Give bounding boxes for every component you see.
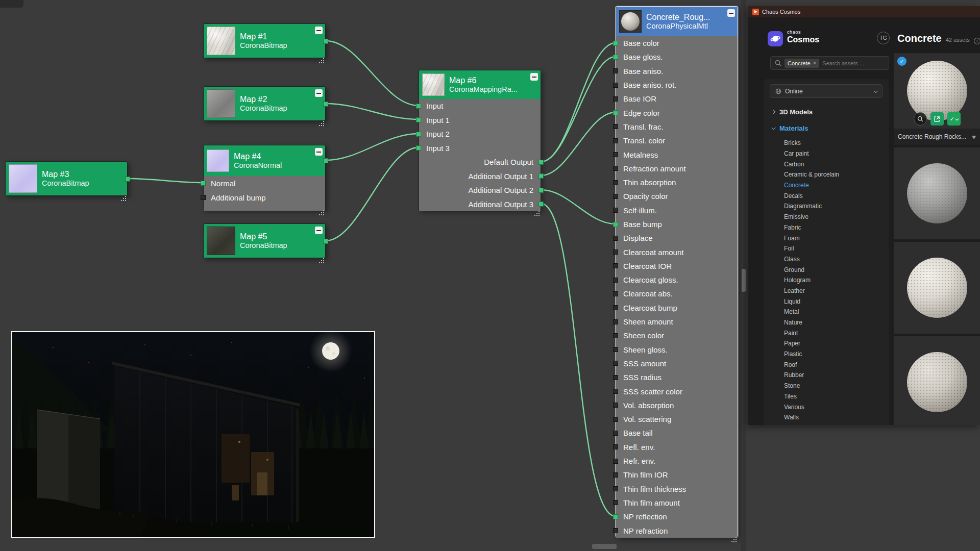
export-asset-button[interactable] bbox=[930, 112, 944, 126]
category-item[interactable]: Glass bbox=[770, 254, 883, 265]
input-socket[interactable] bbox=[613, 486, 618, 491]
output-socket[interactable] bbox=[323, 158, 328, 163]
resize-grip[interactable] bbox=[121, 196, 127, 202]
zoom-asset-button[interactable] bbox=[914, 112, 927, 126]
input-socket[interactable] bbox=[613, 110, 618, 115]
node-material-concrete[interactable]: Concrete_Roug... CoronaPhysicalMtl Base … bbox=[616, 6, 738, 537]
input-socket[interactable] bbox=[613, 249, 618, 255]
category-item[interactable]: Rubber bbox=[770, 370, 883, 381]
category-item[interactable]: Foam bbox=[770, 233, 883, 243]
asset-card[interactable] bbox=[894, 242, 980, 334]
input-socket[interactable] bbox=[416, 132, 421, 137]
input-socket[interactable] bbox=[613, 83, 618, 88]
account-badge[interactable]: TG bbox=[877, 32, 890, 44]
input-socket[interactable] bbox=[613, 375, 618, 380]
category-item[interactable]: Plastic bbox=[770, 349, 883, 360]
input-socket[interactable] bbox=[613, 55, 618, 60]
category-item[interactable]: Paper bbox=[770, 338, 883, 349]
input-socket[interactable] bbox=[613, 68, 618, 73]
node-map3[interactable]: Map #3 CoronaBitmap bbox=[5, 161, 128, 196]
output-socket[interactable] bbox=[538, 173, 544, 179]
output-socket[interactable] bbox=[538, 160, 544, 165]
output-socket[interactable] bbox=[538, 188, 544, 193]
category-item[interactable]: Bricks bbox=[770, 138, 883, 148]
input-socket[interactable] bbox=[613, 361, 618, 366]
category-item[interactable]: Tiles bbox=[770, 391, 883, 402]
search-bar[interactable]: Concrete × bbox=[770, 56, 889, 70]
category-item[interactable]: Foil bbox=[770, 243, 883, 254]
input-socket[interactable] bbox=[613, 319, 618, 324]
category-item[interactable]: Walls bbox=[770, 412, 883, 423]
render-preview-window[interactable] bbox=[11, 331, 375, 538]
input-socket[interactable] bbox=[613, 41, 618, 46]
input-socket[interactable] bbox=[613, 166, 618, 171]
category-item[interactable]: Emissive bbox=[770, 212, 883, 222]
resize-grip[interactable] bbox=[319, 258, 325, 264]
asset-card[interactable] bbox=[894, 147, 980, 239]
output-socket[interactable] bbox=[323, 39, 328, 44]
horizontal-scrollbar-thumb[interactable] bbox=[592, 544, 617, 549]
input-socket[interactable] bbox=[613, 444, 618, 449]
input-socket[interactable] bbox=[613, 528, 618, 533]
category-item[interactable]: Nature bbox=[770, 317, 883, 328]
input-socket[interactable] bbox=[613, 472, 618, 478]
category-item[interactable]: Ceramic & porcelain bbox=[770, 169, 883, 180]
input-socket[interactable] bbox=[613, 347, 618, 352]
output-socket[interactable] bbox=[538, 202, 544, 207]
category-item[interactable]: Fabric bbox=[770, 222, 883, 233]
input-socket[interactable] bbox=[613, 514, 618, 519]
collapse-icon[interactable] bbox=[315, 27, 323, 34]
category-item[interactable]: Liquid bbox=[770, 296, 883, 307]
input-socket[interactable] bbox=[613, 459, 618, 464]
category-item[interactable]: Wood bbox=[770, 423, 883, 425]
input-socket[interactable] bbox=[201, 195, 206, 200]
category-item[interactable]: Paint bbox=[770, 328, 883, 338]
input-socket[interactable] bbox=[613, 417, 618, 422]
input-socket[interactable] bbox=[416, 145, 421, 151]
input-socket[interactable] bbox=[613, 236, 618, 241]
input-socket[interactable] bbox=[613, 194, 618, 199]
online-filter-select[interactable]: Online bbox=[770, 84, 883, 98]
resize-grip[interactable] bbox=[319, 121, 325, 127]
resize-grip[interactable] bbox=[534, 211, 541, 217]
asset-card-selected[interactable]: ✓ bbox=[894, 53, 980, 145]
resize-grip[interactable] bbox=[731, 537, 738, 543]
asset-card[interactable] bbox=[894, 336, 980, 425]
tree-item-3d-models[interactable]: 3D Models bbox=[770, 106, 883, 117]
category-item[interactable]: Car paint bbox=[770, 148, 883, 159]
input-socket[interactable] bbox=[416, 104, 421, 109]
input-socket[interactable] bbox=[613, 500, 618, 505]
search-filter-chip[interactable]: Concrete × bbox=[785, 59, 819, 68]
collapse-icon[interactable] bbox=[727, 9, 735, 17]
resize-grip[interactable] bbox=[319, 58, 325, 64]
input-socket[interactable] bbox=[613, 278, 618, 283]
vertical-scrollbar-thumb[interactable] bbox=[742, 269, 746, 292]
node-map1[interactable]: Map #1 CoronaBitmap bbox=[203, 23, 326, 58]
input-socket[interactable] bbox=[613, 180, 618, 185]
input-socket[interactable] bbox=[613, 403, 618, 408]
category-item[interactable]: Hologram bbox=[770, 275, 883, 286]
category-item[interactable]: Diagrammatic bbox=[770, 201, 883, 212]
category-item[interactable]: Carbon bbox=[770, 159, 883, 169]
output-socket[interactable] bbox=[323, 239, 328, 244]
collapse-icon[interactable] bbox=[315, 148, 323, 156]
input-socket[interactable] bbox=[613, 96, 618, 102]
category-item[interactable]: Leather bbox=[770, 286, 883, 296]
input-socket[interactable] bbox=[613, 208, 618, 213]
input-socket[interactable] bbox=[613, 222, 618, 227]
node-map2[interactable]: Map #2 CoronaBitmap bbox=[203, 86, 326, 121]
input-socket[interactable] bbox=[613, 333, 618, 338]
tree-item-materials[interactable]: Materials bbox=[770, 122, 883, 134]
output-socket[interactable] bbox=[323, 102, 328, 107]
node-map5[interactable]: Map #5 CoronaBitmap bbox=[203, 223, 326, 258]
category-item[interactable]: Ground bbox=[770, 264, 883, 275]
category-item[interactable]: Decals bbox=[770, 190, 883, 201]
input-socket[interactable] bbox=[613, 263, 618, 268]
category-item[interactable]: Metal bbox=[770, 307, 883, 317]
category-item[interactable]: Stone bbox=[770, 381, 883, 391]
input-socket[interactable] bbox=[613, 431, 618, 436]
output-socket[interactable] bbox=[125, 177, 130, 182]
node-map6[interactable]: Map #6 CoronaMappingRa... Input Input 1 bbox=[419, 70, 541, 211]
vertical-scrollbar[interactable] bbox=[741, 0, 746, 551]
category-item[interactable]: Concrete bbox=[770, 180, 883, 191]
